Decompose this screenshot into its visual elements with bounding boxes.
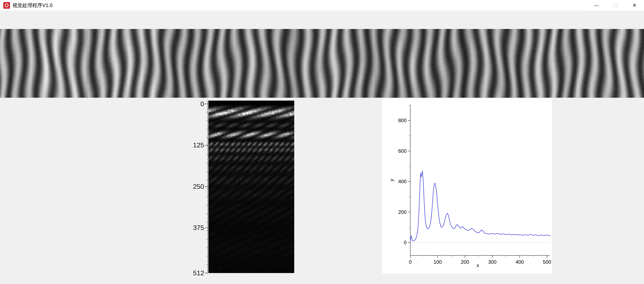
- caption-buttons: — ☐ ✕: [587, 0, 644, 11]
- svg-text:800: 800: [398, 118, 406, 123]
- minimize-button[interactable]: —: [587, 0, 606, 11]
- left-axis-tick-label: 512: [175, 270, 204, 276]
- processed-image: [208, 101, 294, 273]
- left-axis-tick-label: 250: [175, 183, 204, 190]
- svg-text:500: 500: [543, 259, 551, 265]
- left-axis-tick-label: 125: [175, 142, 204, 148]
- window-title: 视觉处理程序V1.0: [12, 0, 52, 11]
- titlebar: 视觉处理程序V1.0 — ☐ ✕: [0, 0, 644, 11]
- close-button[interactable]: ✕: [625, 0, 644, 11]
- svg-text:400: 400: [516, 259, 524, 265]
- svg-text:300: 300: [488, 259, 496, 265]
- profile-chart-panel: 02004006008000100200300400500yx: [382, 98, 552, 274]
- toolbar: 显示--》处理 数量 采集图片 转化为图片 转化数量0 显示系数 设置: [0, 11, 644, 29]
- svg-text:600: 600: [398, 148, 406, 154]
- svg-text:y: y: [389, 179, 394, 181]
- left-axis-tick-label: 0: [175, 101, 204, 107]
- app-window: 视觉处理程序V1.0 — ☐ ✕ 显示--》处理 数量 采集图片 转化为图片 转…: [0, 0, 644, 284]
- svg-text:200: 200: [398, 209, 406, 215]
- svg-text:200: 200: [461, 259, 469, 265]
- svg-text:0: 0: [404, 240, 406, 245]
- svg-text:0: 0: [409, 259, 412, 265]
- svg-text:x: x: [476, 263, 479, 268]
- svg-text:100: 100: [434, 259, 442, 265]
- svg-text:400: 400: [398, 179, 406, 184]
- fringe-image-strip: [0, 29, 644, 98]
- app-icon: [3, 2, 10, 9]
- left-axis-tick-label: 375: [175, 224, 204, 231]
- maximize-button[interactable]: ☐: [606, 0, 625, 11]
- profile-line-chart: 02004006008000100200300400500yx: [382, 98, 552, 274]
